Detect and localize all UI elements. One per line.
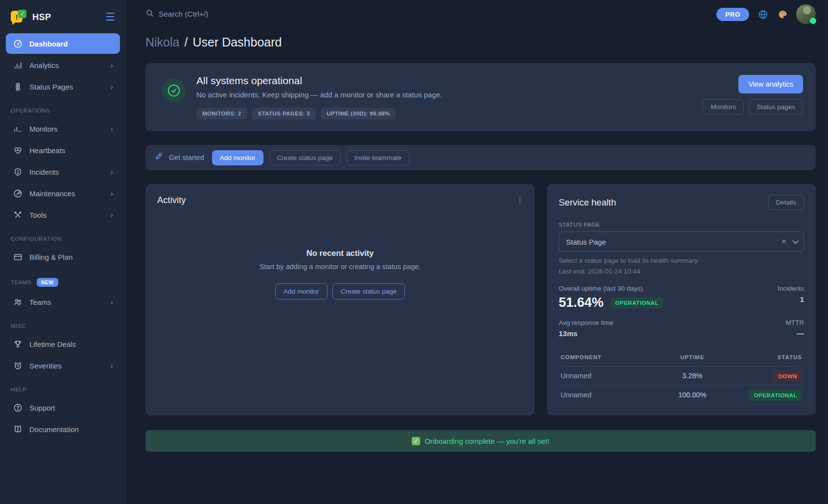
status-page-field-label: STATUS PAGE [559, 222, 804, 228]
chevron-right-icon: › [110, 362, 113, 370]
topbar-right: PRO [716, 4, 816, 24]
sidebar-section-misc: MISC [6, 313, 120, 334]
sidebar-item-status-pages[interactable]: Status Pages › [6, 76, 120, 97]
invite-teammate-button[interactable]: Invite teammate [347, 150, 409, 165]
sidebar-item-monitors[interactable]: Monitors › [6, 118, 120, 139]
service-health-card: Service health Details STATUS PAGE Statu… [547, 184, 816, 415]
uptime-chip: UPTIME (30D): 99.98% [321, 108, 396, 119]
chevron-right-icon: › [110, 168, 113, 176]
sidebar-item-heartbeats[interactable]: Heartbeats [6, 140, 120, 160]
sidebar-item-dashboard[interactable]: Dashboard [6, 33, 120, 54]
brand: ! ✓ HSP ☰ [6, 8, 120, 33]
sidebar-item-tools[interactable]: Tools › [6, 205, 120, 225]
sidebar-item-lifetime-deals[interactable]: Lifetime Deals [6, 334, 120, 354]
sidebar-item-analytics[interactable]: Analytics › [6, 55, 120, 75]
mttr-value: — [786, 329, 804, 338]
hamburger-menu-icon[interactable]: ☰ [105, 12, 115, 23]
chevron-right-icon: › [110, 125, 113, 133]
avg-response-value: 13ms [559, 329, 614, 338]
check-circle-icon [162, 79, 186, 102]
onboarding-banner-text: Onboarding complete — you're all set! [425, 437, 549, 445]
people-icon [13, 297, 23, 307]
components-table: COMPONENT UPTIME STATUS Unnamed 3.28% DO… [559, 349, 804, 405]
trophy-icon [13, 339, 23, 349]
onboarding-banner: ✓ Onboarding complete — you're all set! [145, 430, 816, 452]
topbar: Search (Ctrl+/) PRO [145, 0, 816, 28]
traffic-light-icon [13, 82, 23, 92]
sidebar-item-label: Status Pages [29, 83, 110, 91]
empty-create-status-page-button[interactable]: Create status page [332, 283, 405, 299]
status-page-select[interactable]: Status Page × [559, 231, 804, 252]
get-started-label: Get started [169, 154, 204, 161]
user-avatar[interactable] [796, 4, 816, 24]
sidebar-item-incidents[interactable]: Incidents › [6, 161, 120, 182]
operational-status-badge: OPERATIONAL [749, 390, 802, 401]
select-helper-text: Select a status page to load its health … [559, 257, 804, 264]
sidebar-item-support[interactable]: Support [6, 397, 120, 418]
activity-title: Activity [157, 195, 523, 206]
chevron-right-icon: › [110, 211, 113, 219]
mttr-label: MTTR [786, 319, 804, 326]
sidebar-item-maintenances[interactable]: Maintenances › [6, 183, 120, 204]
hero-card: All systems operational No active incide… [145, 63, 816, 131]
globe-icon[interactable] [757, 8, 769, 20]
book-icon [13, 424, 23, 434]
details-button[interactable]: Details [768, 195, 804, 210]
column-header-status: STATUS [729, 354, 802, 360]
sidebar-item-documentation[interactable]: Documentation [6, 419, 120, 439]
sidebar-item-teams[interactable]: Teams › [6, 292, 120, 312]
component-uptime: 3.28% [656, 372, 729, 380]
heartbeat-icon [13, 145, 23, 155]
shield-alert-icon [13, 167, 23, 177]
clear-selection-icon[interactable]: × [781, 237, 786, 247]
sidebar-item-label: Monitors [29, 125, 110, 133]
pro-badge[interactable]: PRO [716, 8, 749, 21]
column-header-component: COMPONENT [561, 354, 656, 360]
column-header-uptime: UPTIME [656, 354, 729, 360]
sidebar-item-label: Billing & Plan [29, 253, 113, 261]
uptime-value: 51.64% [559, 295, 604, 310]
sidebar-item-label: Maintenances [29, 189, 110, 198]
empty-state-title: No recent activity [157, 249, 523, 258]
sidebar-item-billing[interactable]: Billing & Plan [6, 247, 120, 267]
sidebar-item-label: Severities [29, 362, 110, 370]
check-square-icon: ✓ [412, 437, 420, 445]
rocket-icon [154, 152, 163, 163]
monitors-button[interactable]: Monitors [703, 99, 744, 115]
add-monitor-button[interactable]: Add monitor [212, 150, 263, 165]
status-pages-button[interactable]: Status pages [749, 99, 803, 115]
hero-subtitle: No active incidents. Keep shipping — add… [196, 91, 703, 99]
status-page-select-value: Status Page [566, 238, 781, 246]
view-analytics-button[interactable]: View analytics [738, 75, 803, 93]
service-health-title: Service health [559, 197, 616, 208]
breadcrumb-parent[interactable]: Nikola [145, 35, 179, 49]
breadcrumb-separator: / [184, 35, 188, 49]
theme-palette-icon[interactable] [777, 8, 788, 20]
sidebar-item-severities[interactable]: Severities › [6, 355, 120, 376]
app-root: ! ✓ HSP ☰ Dashboard Analytics › Status P… [0, 0, 828, 504]
table-row[interactable]: Unnamed 100.00% OPERATIONAL [559, 386, 804, 405]
sidebar-item-label: Lifetime Deals [29, 340, 113, 348]
create-status-page-button[interactable]: Create status page [269, 150, 341, 165]
last-visit-text: Last visit: 2026-01-24 10:44 [559, 268, 804, 275]
get-started-bar: Get started Add monitor Create status pa… [145, 145, 816, 170]
table-row[interactable]: Unnamed 3.28% DOWN [559, 367, 804, 386]
kebab-menu-icon[interactable]: ⋮ [516, 195, 524, 205]
table-header-row: COMPONENT UPTIME STATUS [559, 349, 804, 367]
sidebar-item-label: Heartbeats [29, 146, 113, 155]
search-input[interactable]: Search (Ctrl+/) [145, 9, 716, 20]
question-circle-icon [13, 403, 23, 412]
sidebar-item-label: Documentation [29, 425, 113, 434]
page-title: User Dashboard [192, 35, 282, 49]
incidents-value: 1 [778, 295, 804, 303]
sidebar-item-label: Tools [29, 211, 110, 219]
brand-name: HSP [32, 12, 105, 23]
sidebar-item-label: Teams [29, 298, 110, 306]
chevron-down-icon [792, 238, 799, 244]
empty-add-monitor-button[interactable]: Add monitor [275, 283, 328, 299]
main-content: Search (Ctrl+/) PRO Nikola / User Dashbo… [126, 0, 828, 504]
sidebar-section-configuration: CONFIGURATION [6, 226, 120, 247]
status-pages-count-chip: STATUS PAGES: 3 [252, 108, 316, 119]
sidebar-section-teams-label: TEAMS [11, 279, 32, 285]
app-logo-icon: ! ✓ [11, 10, 26, 24]
